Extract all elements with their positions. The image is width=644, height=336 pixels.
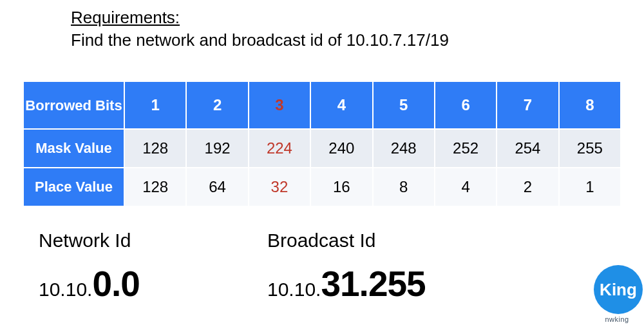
header-col: 3 xyxy=(249,81,310,129)
broadcast-id-value: 10.10.31.255 xyxy=(267,263,576,304)
header-label: Borrowed Bits xyxy=(23,81,124,129)
row-label: Mask Value xyxy=(23,129,124,168)
brand-logo: King nwking xyxy=(591,265,643,323)
bits-table: Borrowed Bits 1 2 3 4 5 6 7 8 Mask Value… xyxy=(23,81,621,207)
cell: 4 xyxy=(435,168,497,206)
cell: 240 xyxy=(310,129,372,168)
requirements-block: Requirements: Find the network and broad… xyxy=(71,6,644,52)
cell: 32 xyxy=(249,168,310,206)
network-id-label: Network Id xyxy=(39,230,267,252)
cell: 2 xyxy=(497,168,558,206)
cell: 254 xyxy=(497,129,558,168)
table-row: Mask Value 128 192 224 240 248 252 254 2… xyxy=(23,129,621,168)
cell: 16 xyxy=(310,168,372,206)
header-col: 4 xyxy=(310,81,372,129)
cell: 1 xyxy=(559,168,621,206)
table-row: Place Value 128 64 32 16 8 4 2 1 xyxy=(23,168,621,206)
header-col: 7 xyxy=(497,81,558,129)
table-header-row: Borrowed Bits 1 2 3 4 5 6 7 8 xyxy=(23,81,621,129)
cell: 248 xyxy=(373,129,435,168)
cell: 192 xyxy=(186,129,248,168)
header-col: 6 xyxy=(435,81,497,129)
header-col: 2 xyxy=(186,81,248,129)
header-col: 1 xyxy=(124,81,186,129)
brand-logo-subtext: nwking xyxy=(591,315,643,323)
broadcast-id-label: Broadcast Id xyxy=(267,230,576,252)
header-col: 5 xyxy=(373,81,435,129)
row-label: Place Value xyxy=(23,168,124,206)
header-col: 8 xyxy=(559,81,621,129)
network-id-value: 10.10.0.0 xyxy=(39,263,267,304)
cell: 128 xyxy=(124,168,186,206)
cell: 255 xyxy=(559,129,621,168)
cell: 128 xyxy=(124,129,186,168)
requirements-text: Find the network and broadcast id of 10.… xyxy=(71,30,449,50)
brand-logo-circle: King xyxy=(594,265,643,314)
requirements-title: Requirements: xyxy=(71,8,180,27)
results-block: Network Id 10.10.0.0 Broadcast Id 10.10.… xyxy=(39,230,644,304)
cell: 252 xyxy=(435,129,497,168)
cell: 8 xyxy=(373,168,435,206)
cell: 224 xyxy=(249,129,310,168)
cell: 64 xyxy=(186,168,248,206)
